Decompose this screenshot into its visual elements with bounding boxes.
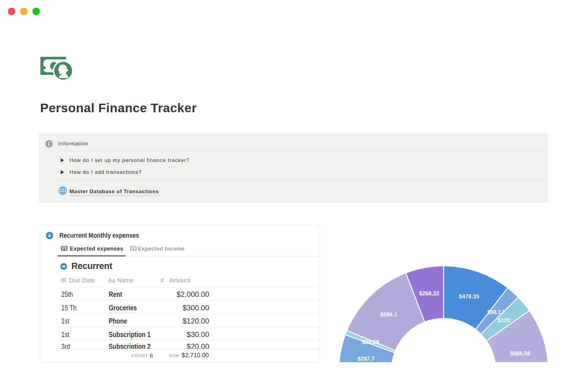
svg-text:$287.7: $287.7 bbox=[357, 356, 375, 362]
svg-text:$98.17: $98.17 bbox=[487, 309, 504, 315]
svg-text:$120: $120 bbox=[498, 317, 510, 324]
svg-text:$30.68: $30.68 bbox=[362, 339, 379, 345]
svg-text:$268.22: $268.22 bbox=[419, 290, 439, 297]
svg-text:$565.58: $565.58 bbox=[510, 351, 530, 357]
svg-text:$478.35: $478.35 bbox=[459, 293, 479, 300]
svg-text:$586.1: $586.1 bbox=[380, 312, 398, 318]
